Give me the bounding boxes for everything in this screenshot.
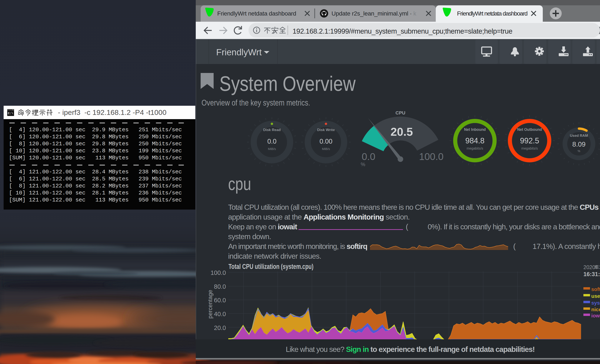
svg-text:percentage: percentage (207, 290, 213, 318)
svg-text:iowait: iowait (591, 313, 600, 318)
svg-text:system: system (591, 300, 600, 306)
svg-text:Total CPU utilization (system.: Total CPU utilization (system.cpu) (228, 262, 313, 271)
svg-text:2020: 2020 (583, 264, 595, 270)
svg-text:softirq: softirq (591, 286, 600, 292)
svg-text:indicate network driver issues: indicate network driver issues. (228, 252, 321, 260)
svg-text:17.1%). A constantly high perc: 17.1%). A constantly high percentage of … (533, 242, 600, 250)
svg-text:Disk Read: Disk Read (263, 128, 281, 132)
svg-text:%: % (578, 149, 580, 153)
svg-text:0.00: 0.00 (319, 138, 332, 145)
svg-text:Overview of the key system met: Overview of the key system metrics. (201, 98, 310, 107)
svg-text:Used RAM: Used RAM (570, 134, 588, 138)
svg-text:System Overview: System Overview (219, 72, 356, 95)
svg-text:20.0: 20.0 (214, 324, 226, 331)
svg-text:MiB/s: MiB/s (322, 147, 330, 151)
svg-text:100.0: 100.0 (210, 269, 226, 276)
svg-text:Disk Write: Disk Write (317, 128, 335, 132)
svg-text:16:31:2: 16:31:2 (583, 271, 600, 277)
svg-text:0.0: 0.0 (362, 151, 375, 162)
svg-text:C:\: C:\ (8, 112, 13, 115)
svg-text:40.0: 40.0 (214, 311, 226, 317)
svg-text:application usage at the Appli: application usage at the Applications Mo… (228, 213, 410, 221)
svg-text:Keep an eye on iowait: Keep an eye on iowait (228, 223, 297, 231)
svg-text:(: ( (513, 242, 516, 250)
svg-text:system down.: system down. (228, 232, 271, 241)
svg-text:MiB/s: MiB/s (268, 147, 276, 151)
svg-text:megabits/s: megabits/s (521, 147, 538, 150)
svg-text:CPU: CPU (395, 110, 405, 115)
svg-text:3: 3 (599, 264, 600, 270)
svg-text:nice: nice (591, 307, 600, 312)
svg-text:Net Outbound: Net Outbound (517, 127, 542, 132)
svg-text:60.0: 60.0 (214, 297, 226, 304)
svg-text:An important metric worth moni: An important metric worth monitoring, is… (228, 242, 367, 250)
svg-text:cpu: cpu (228, 174, 251, 194)
svg-text:8.09: 8.09 (572, 140, 586, 148)
svg-text:0.0: 0.0 (267, 138, 276, 145)
svg-text:Net Inbound: Net Inbound (464, 127, 486, 132)
svg-text:(: ( (406, 223, 408, 231)
svg-text:80.0: 80.0 (214, 283, 226, 290)
svg-text:992.5: 992.5 (520, 136, 539, 145)
svg-text:Total CPU utilization (all cor: Total CPU utilization (all cores). 100% … (228, 203, 600, 211)
svg-text:%: % (361, 161, 365, 167)
svg-text:user: user (591, 293, 600, 299)
svg-text:984.8: 984.8 (465, 136, 485, 145)
svg-text:20.5: 20.5 (390, 125, 413, 138)
svg-text:100.0: 100.0 (419, 151, 443, 162)
svg-text:0%). If it is constantly high,: 0%). If it is constantly high, your disk… (428, 223, 600, 231)
svg-text:megabits/s: megabits/s (467, 147, 483, 150)
